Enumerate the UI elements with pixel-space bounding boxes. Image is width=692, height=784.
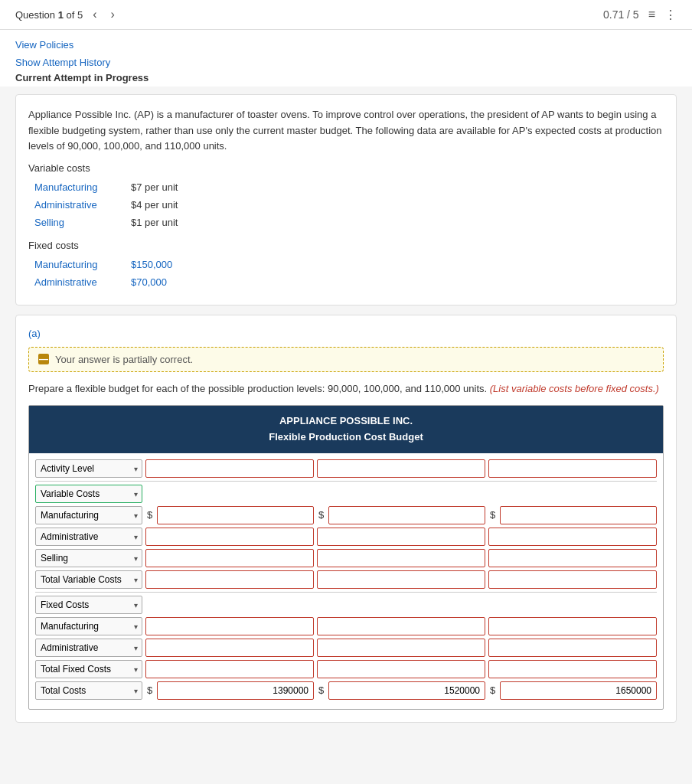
minus-icon: — — [38, 354, 49, 364]
tf-col2-cell[interactable] — [317, 660, 485, 678]
mfg-var-col2-input[interactable] — [328, 506, 485, 524]
sell-var-col1-cell[interactable] — [145, 549, 314, 567]
tc-col2-input[interactable] — [328, 681, 485, 700]
cost-label-mfg-fix: Manufacturing — [34, 257, 119, 273]
total-var-select[interactable]: Total Variable Costs — [35, 570, 142, 589]
prev-button[interactable]: ‹ — [89, 6, 100, 23]
tv-col1-cell[interactable] — [145, 570, 314, 589]
tc-col1-cell[interactable] — [157, 681, 314, 700]
tc-col3-cell[interactable] — [500, 681, 657, 700]
sell-var-col1-input[interactable] — [145, 549, 314, 567]
score-display: 0.71 / 5 — [603, 8, 639, 21]
mfg-fix-select[interactable]: Manufacturing — [35, 617, 142, 635]
adm-fix-select[interactable]: Administrative — [35, 639, 142, 657]
total-costs-select[interactable]: Total Costs — [35, 681, 142, 700]
mfg-var-col2-cell[interactable] — [328, 506, 485, 524]
mfg-fix-col3-cell[interactable] — [488, 617, 657, 635]
adm-var-col3-input[interactable] — [488, 528, 657, 546]
list-icon-button[interactable]: ≡ — [648, 8, 655, 21]
total-costs-dropdown-cell[interactable]: Total Costs — [35, 681, 142, 700]
tv-col1-input[interactable] — [145, 570, 314, 589]
adm-var-col1-cell[interactable] — [145, 528, 314, 546]
mfg-fix-col2-cell[interactable] — [317, 617, 485, 635]
activity-level-dropdown-cell[interactable]: Activity Level — [35, 459, 142, 478]
tc-col2-cell[interactable] — [328, 681, 485, 700]
tf-col1-input[interactable] — [145, 660, 314, 678]
mfg-fix-dropdown-cell[interactable]: Manufacturing — [35, 617, 142, 635]
variable-costs-select[interactable]: Variable Costs Manufacturing Administrat… — [35, 485, 142, 503]
budget-title-line1: APPLIANCE POSSIBLE INC. — [37, 413, 655, 430]
adm-fix-dropdown-cell[interactable]: Administrative — [35, 639, 142, 657]
sell-var-dropdown-cell[interactable]: Selling — [35, 549, 142, 567]
adm-var-col2-cell[interactable] — [317, 528, 485, 546]
cost-label-sell-var: Selling — [34, 215, 119, 231]
mfg-fix-col3-input[interactable] — [488, 617, 657, 635]
mfg-fix-col1-cell[interactable] — [145, 617, 314, 635]
adm-var-col1-input[interactable] — [145, 528, 314, 546]
fixed-costs-select[interactable]: Fixed Costs Manufacturing Administrative… — [35, 596, 142, 614]
adm-fix-col3-cell[interactable] — [488, 639, 657, 657]
tv-col2-cell[interactable] — [317, 570, 485, 589]
sub-header: View Policies Show Attempt History Curre… — [0, 30, 692, 87]
view-policies-link[interactable]: View Policies — [15, 36, 677, 54]
cost-value-adm-var: $4 per unit — [131, 198, 178, 214]
divider-1 — [35, 481, 657, 482]
sell-var-col2-input[interactable] — [317, 549, 485, 567]
tf-col1-cell[interactable] — [145, 660, 314, 678]
sell-var-select[interactable]: Selling — [35, 549, 142, 567]
mfg-var-dropdown-cell[interactable]: Manufacturing — [35, 506, 142, 524]
dollar-sign-tc2: $ — [317, 684, 325, 696]
tv-col3-input[interactable] — [488, 570, 657, 589]
instruction-red: (List variable costs before fixed costs.… — [490, 383, 659, 394]
tf-col3-cell[interactable] — [488, 660, 657, 678]
mfg-var-col3-input[interactable] — [500, 506, 657, 524]
total-var-dropdown-cell[interactable]: Total Variable Costs — [35, 570, 142, 589]
mfg-fix-col1-input[interactable] — [145, 617, 314, 635]
activity-col1-input[interactable] — [145, 459, 314, 478]
adm-fix-col2-cell[interactable] — [317, 639, 485, 657]
more-options-button[interactable]: ⋮ — [664, 8, 677, 22]
activity-col1-cell[interactable] — [145, 459, 314, 478]
part-a-label: (a) — [28, 328, 664, 339]
tv-col2-input[interactable] — [317, 570, 485, 589]
adm-fix-col1-cell[interactable] — [145, 639, 314, 657]
activity-col2-cell[interactable] — [317, 459, 485, 478]
adm-var-dropdown-cell[interactable]: Administrative — [35, 528, 142, 546]
adm-fix-col1-input[interactable] — [145, 639, 314, 657]
activity-level-select[interactable]: Activity Level — [35, 459, 142, 478]
adm-fix-row: Administrative — [35, 639, 657, 657]
adm-var-select[interactable]: Administrative — [35, 528, 142, 546]
activity-col3-cell[interactable] — [488, 459, 657, 478]
tf-col3-input[interactable] — [488, 660, 657, 678]
mfg-var-col1-cell[interactable] — [157, 506, 314, 524]
fixed-costs-dropdown-cell[interactable]: Fixed Costs Manufacturing Administrative… — [35, 596, 142, 614]
dollar-sign-3: $ — [488, 509, 497, 521]
question-label: Question 1 of 5 — [15, 9, 83, 21]
cost-value-mfg-var: $7 per unit — [131, 180, 178, 196]
fixed-costs-header-row: Fixed Costs Manufacturing Administrative… — [35, 596, 657, 614]
tc-col3-input[interactable] — [500, 681, 657, 700]
variable-costs-dropdown-cell[interactable]: Variable Costs Manufacturing Administrat… — [35, 485, 142, 503]
adm-fix-col2-input[interactable] — [317, 639, 485, 657]
next-button[interactable]: › — [107, 6, 119, 23]
adm-var-col2-input[interactable] — [317, 528, 485, 546]
tv-col3-cell[interactable] — [488, 570, 657, 589]
total-fix-select[interactable]: Total Fixed Costs — [35, 660, 142, 678]
mfg-var-select[interactable]: Manufacturing — [35, 506, 142, 524]
tf-col2-input[interactable] — [317, 660, 485, 678]
cost-label-mfg-var: Manufacturing — [34, 180, 119, 196]
adm-fix-col3-input[interactable] — [488, 639, 657, 657]
activity-col3-input[interactable] — [488, 459, 657, 478]
mfg-fix-col2-input[interactable] — [317, 617, 485, 635]
tc-col1-input[interactable] — [157, 681, 314, 700]
sell-var-col2-cell[interactable] — [317, 549, 485, 567]
adm-var-col3-cell[interactable] — [488, 528, 657, 546]
show-attempt-link[interactable]: Show Attempt History — [15, 54, 677, 71]
activity-col2-input[interactable] — [317, 459, 485, 478]
cost-row-mfg-fix: Manufacturing $150,000 — [28, 257, 664, 273]
sell-var-col3-input[interactable] — [488, 549, 657, 567]
mfg-var-col3-cell[interactable] — [500, 506, 657, 524]
mfg-var-col1-input[interactable] — [157, 506, 314, 524]
total-fix-dropdown-cell[interactable]: Total Fixed Costs — [35, 660, 142, 678]
sell-var-col3-cell[interactable] — [488, 549, 657, 567]
